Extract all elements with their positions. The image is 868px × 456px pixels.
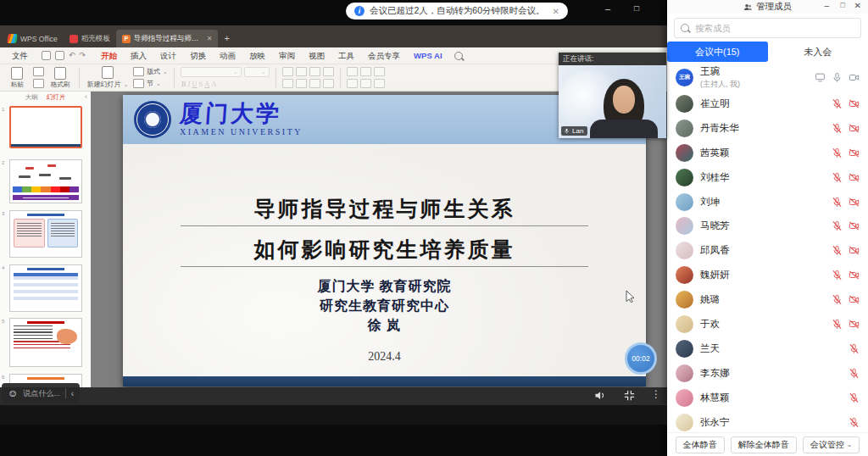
- format-painter-button[interactable]: 格式刷: [47, 65, 73, 91]
- mic-muted-icon[interactable]: [832, 147, 843, 158]
- collapse-chat-icon[interactable]: ‹: [71, 389, 74, 398]
- member-row[interactable]: 兰天: [667, 336, 868, 361]
- member-row[interactable]: 崔立明: [667, 92, 868, 116]
- slide-thumbnail-3[interactable]: [9, 210, 82, 258]
- mic-muted-icon[interactable]: [832, 123, 843, 134]
- align-center-icon[interactable]: [296, 79, 307, 88]
- bullets-icon[interactable]: [282, 67, 293, 76]
- line-spacing-icon[interactable]: [323, 67, 334, 76]
- current-slide[interactable]: 厦门大学 XIAMEN UNIVERSITY 导师指导过程与师生关系 如何影响研…: [123, 95, 646, 386]
- camera-off-icon[interactable]: [849, 147, 860, 158]
- meeting-control-button[interactable]: 会议管控⌄: [803, 437, 860, 453]
- wps-menu-item[interactable]: 会员专享: [361, 47, 407, 64]
- highlight-icon[interactable]: A: [210, 80, 217, 88]
- wps-menu-item[interactable]: 动画: [213, 47, 242, 64]
- wps-menu-item[interactable]: 放映: [242, 47, 272, 64]
- chart-icon[interactable]: [360, 79, 371, 88]
- close-icon[interactable]: ✕: [207, 35, 213, 42]
- mic-icon[interactable]: [832, 72, 843, 83]
- camera-off-icon[interactable]: [849, 123, 860, 134]
- member-row[interactable]: 丹青朱华: [667, 116, 868, 141]
- save-icon[interactable]: [42, 51, 51, 60]
- speaker-video-thumbnail[interactable]: 正在讲话: Lan: [559, 53, 666, 138]
- screen-share-icon[interactable]: [815, 72, 826, 83]
- member-row[interactable]: 姚璐: [667, 287, 868, 312]
- wordart-icon[interactable]: [374, 79, 385, 88]
- wps-menu-item[interactable]: 审阅: [272, 47, 302, 64]
- mic-muted-icon[interactable]: [832, 98, 843, 109]
- mic-muted-icon[interactable]: [832, 319, 843, 330]
- mic-muted-icon[interactable]: [849, 368, 860, 379]
- wps-menu-item[interactable]: 工具: [331, 47, 361, 64]
- meeting-timer-bubble[interactable]: 00:02: [625, 342, 657, 375]
- wps-document-tab[interactable]: P 导师指导过程与师生关系如何影响研究生... ✕: [116, 30, 219, 47]
- wps-menu-item[interactable]: 插入: [124, 47, 153, 64]
- mute-all-button[interactable]: 全体静音: [676, 437, 725, 453]
- member-row[interactable]: 于欢: [667, 312, 868, 336]
- font-name-select[interactable]: ⌄: [181, 67, 242, 77]
- mic-muted-icon[interactable]: [832, 270, 843, 281]
- slide-thumbnail-2[interactable]: [9, 159, 82, 203]
- underline-icon[interactable]: U: [191, 80, 198, 88]
- member-row[interactable]: 王琬王琬(主持人, 我): [667, 64, 868, 92]
- volume-icon[interactable]: [593, 389, 606, 402]
- picture-icon[interactable]: [374, 67, 385, 76]
- new-tab-button[interactable]: +: [224, 33, 229, 43]
- more-options-icon[interactable]: ⋮: [651, 388, 661, 400]
- member-row[interactable]: 林慧颖: [667, 386, 868, 410]
- menu-file[interactable]: 文件: [5, 47, 35, 64]
- table-icon[interactable]: [347, 79, 358, 88]
- camera-off-icon[interactable]: [849, 270, 860, 281]
- layout-button[interactable]: 版式⌄: [133, 67, 168, 76]
- redo-icon[interactable]: ↷: [80, 52, 86, 59]
- slides-view-tab[interactable]: 幻灯片: [47, 93, 66, 102]
- member-row[interactable]: 张永宁: [667, 410, 868, 433]
- member-search-box[interactable]: [674, 18, 861, 38]
- chat-input-pill[interactable]: ☺ 说点什么... ‹: [2, 383, 80, 403]
- justify-icon[interactable]: [323, 79, 334, 88]
- paste-button[interactable]: 粘贴: [4, 65, 30, 91]
- wps-menu-item[interactable]: WPS AI: [407, 47, 448, 64]
- tab-not-joined[interactable]: 未入会: [768, 42, 868, 62]
- mic-muted-icon[interactable]: [832, 197, 843, 208]
- strikethrough-icon[interactable]: S: [198, 80, 204, 88]
- mic-muted-icon[interactable]: [849, 343, 860, 354]
- wps-menu-item[interactable]: 视图: [302, 47, 331, 64]
- align-right-icon[interactable]: [309, 79, 320, 88]
- wps-home-tab[interactable]: WPS Office: [2, 30, 64, 47]
- slide-thumbnail-4[interactable]: [9, 264, 82, 312]
- font-size-select[interactable]: ⌄: [244, 67, 270, 77]
- mic-muted-icon[interactable]: [832, 245, 843, 256]
- member-row[interactable]: 刘桂华: [667, 165, 868, 190]
- mic-muted-icon[interactable]: [832, 172, 843, 183]
- panel-minimize-button[interactable]: –: [824, 1, 829, 10]
- section-button[interactable]: 节⌄: [133, 79, 168, 88]
- indent-icon[interactable]: [309, 67, 320, 76]
- text-box-icon[interactable]: [347, 67, 358, 76]
- member-row[interactable]: 马晓芳: [667, 214, 868, 238]
- camera-off-icon[interactable]: [849, 172, 860, 183]
- member-row[interactable]: 魏妍妍: [667, 263, 868, 287]
- outline-view-tab[interactable]: 大纲: [25, 93, 38, 102]
- bold-icon[interactable]: B: [181, 80, 187, 88]
- tab-in-meeting[interactable]: 会议中(15): [667, 42, 768, 62]
- camera-off-icon[interactable]: [849, 245, 860, 256]
- mic-muted-icon[interactable]: [849, 417, 860, 428]
- wps-menu-item[interactable]: 切换: [183, 47, 213, 64]
- member-row[interactable]: 刘坤: [667, 190, 868, 214]
- wps-menu-item[interactable]: 开始: [94, 47, 124, 64]
- camera-off-icon[interactable]: [849, 294, 860, 305]
- undo-icon[interactable]: ↶: [69, 52, 75, 59]
- fit-screen-icon[interactable]: [623, 389, 636, 402]
- member-search-input[interactable]: [693, 22, 854, 34]
- align-left-icon[interactable]: [282, 79, 293, 88]
- panel-close-button[interactable]: ✕: [854, 1, 861, 10]
- window-maximize-button[interactable]: □: [634, 3, 639, 13]
- member-row[interactable]: 茜英颖: [667, 141, 868, 165]
- camera-off-icon[interactable]: [849, 98, 860, 109]
- shapes-icon[interactable]: [360, 67, 371, 76]
- slide-thumbnail-5[interactable]: [9, 318, 82, 367]
- numbering-icon[interactable]: [296, 67, 307, 76]
- print-icon[interactable]: [55, 51, 64, 60]
- window-minimize-button[interactable]: –: [605, 3, 610, 14]
